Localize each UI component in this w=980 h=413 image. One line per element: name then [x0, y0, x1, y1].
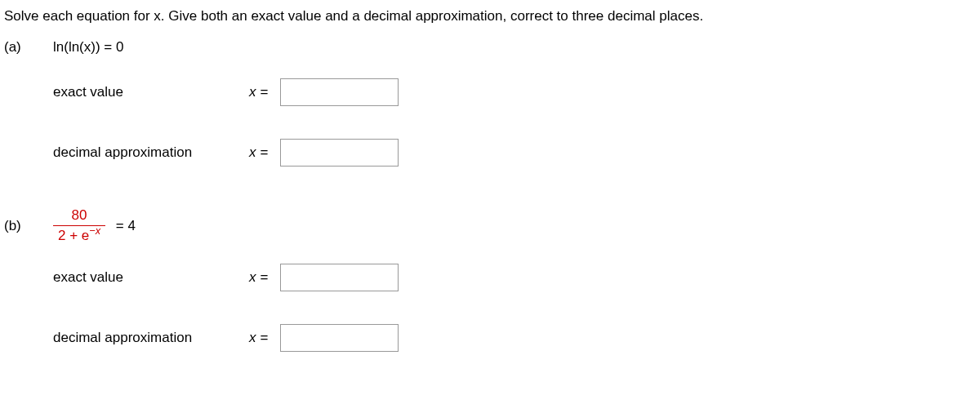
part-b-decimal-input[interactable] — [280, 324, 399, 352]
part-b-label: (b) — [4, 218, 53, 234]
fraction: 80 2 + e−x — [53, 207, 105, 244]
part-a-exact-row: exact value x = — [53, 78, 976, 106]
part-b-decimal-row: decimal approximation x = — [53, 324, 976, 352]
part-a-exact-input[interactable] — [280, 78, 399, 106]
part-b-exact-xeq: x = — [249, 269, 268, 286]
fraction-exponent: −x — [89, 224, 100, 237]
part-a-exact-label: exact value — [53, 84, 249, 100]
instruction-text: Solve each equation for x. Give both an … — [4, 8, 976, 24]
part-b-exact-row: exact value x = — [53, 264, 976, 291]
fraction-numerator: 80 — [67, 207, 92, 225]
problem-b: (b) 80 2 + e−x = 4 exact value x = decim… — [4, 207, 976, 352]
part-b-exact-input[interactable] — [280, 264, 399, 291]
part-a-decimal-row: decimal approximation x = — [53, 139, 976, 167]
part-a-label: (a) — [4, 39, 53, 56]
part-b-exact-label: exact value — [53, 269, 249, 286]
part-a-decimal-xeq: x = — [249, 144, 268, 161]
part-b-decimal-xeq: x = — [249, 330, 268, 346]
part-a-answers: exact value x = decimal approximation x … — [53, 78, 976, 167]
part-b-equation: 80 2 + e−x = 4 — [53, 207, 136, 244]
part-b-answers: exact value x = decimal approximation x … — [53, 264, 976, 352]
problem-a: (a) ln(ln(x)) = 0 exact value x = decima… — [4, 39, 976, 167]
problem-b-header: (b) 80 2 + e−x = 4 — [4, 207, 976, 244]
part-a-decimal-input[interactable] — [280, 139, 399, 167]
part-a-equation: ln(ln(x)) = 0 — [53, 39, 123, 56]
part-a-exact-xeq: x = — [249, 84, 268, 100]
problem-a-header: (a) ln(ln(x)) = 0 — [4, 39, 976, 56]
equation-rhs: = 4 — [116, 218, 136, 233]
part-a-decimal-label: decimal approximation — [53, 144, 249, 161]
fraction-denominator: 2 + e−x — [53, 225, 105, 244]
part-b-decimal-label: decimal approximation — [53, 330, 249, 346]
